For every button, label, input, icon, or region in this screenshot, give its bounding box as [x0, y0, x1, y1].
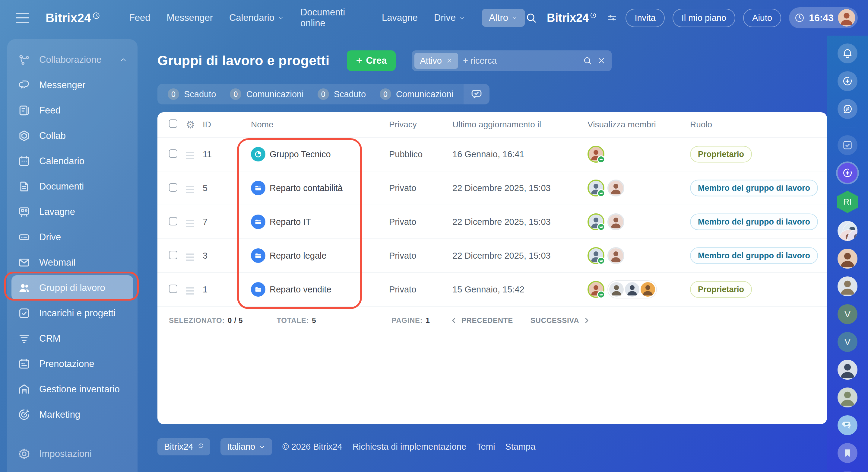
sidebar-item-calendario[interactable]: Calendario [11, 148, 133, 174]
group-name-link[interactable]: Reparto vendite [270, 285, 332, 295]
clear-search-icon[interactable] [596, 56, 606, 65]
sidebar-section-collaborazione[interactable]: Collaborazione [11, 47, 133, 72]
sidebar-item-impostazioni[interactable]: Impostazioni [11, 441, 133, 467]
column-header-id[interactable]: ID [203, 120, 211, 129]
footer-brand-button[interactable]: Bitrix24 [157, 438, 210, 455]
sidebar-item-gruppi-di-lavoro[interactable]: Gruppi di lavoro [11, 275, 133, 301]
group-name-link[interactable]: Gruppo Tecnico [270, 149, 331, 159]
help-button[interactable]: Aiuto [743, 9, 781, 27]
column-header-nome[interactable]: Nome [251, 120, 274, 129]
contact-avatar[interactable] [838, 249, 858, 269]
sidebar-item-lavagne[interactable]: Lavagne [11, 199, 133, 225]
chat-rail-button[interactable] [838, 415, 858, 435]
language-selector[interactable]: Italiano [220, 438, 272, 455]
contact-avatar[interactable] [838, 387, 858, 407]
contact-avatar[interactable] [838, 276, 858, 296]
member-avatar[interactable] [588, 247, 604, 264]
role-badge[interactable]: Membro del gruppo di lavoro [690, 247, 818, 264]
copilot-pro-button[interactable] [838, 163, 858, 183]
row-checkbox[interactable] [169, 183, 177, 191]
sidebar-item-gestione-inventario[interactable]: Gestione inventario [11, 377, 133, 402]
sidebar-item-webmail[interactable]: Webmail [11, 250, 133, 275]
nav-drive[interactable]: Drive [434, 12, 465, 23]
footer-link-stampa[interactable]: Stampa [505, 442, 535, 452]
sidebar-item-incarichi-e-progetti[interactable]: Incarichi e progetti [11, 301, 133, 326]
column-header-members[interactable]: Visualizza membri [588, 120, 656, 129]
counter-scaduto-1[interactable]: 0Scaduto [168, 88, 216, 100]
sidebar-item-drive[interactable]: Drive [11, 225, 133, 250]
drag-handle-icon[interactable] [186, 186, 194, 193]
filter-search-bar[interactable]: Attivo [412, 50, 612, 71]
sidebar-item-marketing[interactable]: Marketing [11, 402, 133, 427]
nav-documenti-online[interactable]: Documenti online [300, 7, 366, 29]
table-settings-gear-icon[interactable]: ⚙ [186, 119, 195, 130]
nav-messenger[interactable]: Messenger [167, 12, 213, 23]
row-checkbox[interactable] [169, 149, 177, 158]
member-avatar[interactable] [588, 281, 604, 298]
tasks-rail-button[interactable] [838, 135, 858, 155]
contact-avatar[interactable] [838, 360, 858, 380]
table-row[interactable]: 1 Reparto vendite Privato 15 Gennaio, 15… [157, 273, 827, 306]
create-button[interactable]: + Crea [347, 50, 396, 71]
members-avatars[interactable] [588, 281, 657, 298]
row-checkbox[interactable] [169, 251, 177, 259]
members-avatars[interactable] [588, 180, 624, 197]
member-avatar[interactable] [608, 213, 624, 230]
app-logo[interactable]: Bitrix24 [45, 11, 100, 25]
group-chat-avatar[interactable] [838, 221, 858, 241]
sidebar-item-messenger[interactable]: Messenger [11, 72, 133, 98]
sidebar-item-documenti[interactable]: Documenti [11, 174, 133, 199]
sliders-icon[interactable] [606, 12, 618, 24]
drag-handle-icon[interactable] [186, 152, 194, 159]
member-avatar[interactable] [588, 180, 604, 197]
members-avatars[interactable] [588, 247, 624, 264]
notifications-button[interactable] [838, 43, 858, 63]
drag-handle-icon[interactable] [186, 254, 194, 261]
member-avatar[interactable] [608, 180, 624, 197]
contact-initial-badge[interactable]: V [838, 332, 858, 352]
table-row[interactable]: 11 Gruppo Tecnico Pubblico 16 Gennaio, 1… [157, 138, 827, 171]
column-header-role[interactable]: Ruolo [690, 120, 712, 129]
invite-button[interactable]: Invita [625, 9, 664, 27]
role-badge[interactable]: Proprietario [690, 146, 752, 163]
search-icon[interactable] [583, 56, 592, 65]
brand-logo[interactable]: Bitrix24 [547, 11, 596, 25]
sidebar-item-collab[interactable]: Collab [11, 123, 133, 148]
footer-link-implementation[interactable]: Richiesta di implementazione [352, 442, 466, 452]
copilot-button[interactable] [838, 71, 858, 91]
nav-feed[interactable]: Feed [129, 12, 151, 23]
counter-comunicazioni-2[interactable]: 0Comunicazioni [380, 88, 453, 100]
bookmark-button[interactable] [838, 443, 858, 463]
profile-time-widget[interactable]: 16:43 [789, 7, 858, 28]
select-all-checkbox[interactable] [169, 119, 177, 128]
table-row[interactable]: 3 Reparto legale Privato 22 Dicembre 202… [157, 239, 827, 273]
group-name-link[interactable]: Reparto contabilità [270, 183, 343, 193]
column-header-privacy[interactable]: Privacy [389, 120, 417, 129]
member-avatar[interactable] [588, 213, 604, 230]
next-page-button[interactable]: SUCCESSIVA [530, 316, 590, 325]
nav-lavagne[interactable]: Lavagne [382, 12, 418, 23]
menu-button[interactable] [16, 13, 29, 23]
messenger-rail-button[interactable] [838, 99, 858, 119]
nav-altro[interactable]: Altro [482, 9, 525, 27]
contact-initial-badge[interactable]: V [838, 304, 858, 324]
members-cluster[interactable] [608, 281, 657, 298]
close-icon[interactable] [446, 57, 453, 64]
members-avatars[interactable] [588, 213, 624, 230]
column-header-updated[interactable]: Ultimo aggiornamento il [453, 120, 541, 129]
role-badge[interactable]: Proprietario [690, 281, 752, 298]
group-name-link[interactable]: Reparto legale [270, 251, 327, 261]
group-name-link[interactable]: Reparto IT [270, 217, 311, 227]
role-badge[interactable]: Membro del gruppo di lavoro [690, 180, 818, 197]
search-icon[interactable] [525, 12, 537, 24]
table-row[interactable]: 5 Reparto contabilità Privato 22 Dicembr… [157, 171, 827, 205]
member-avatar[interactable] [588, 146, 604, 163]
members-avatars[interactable] [588, 146, 604, 163]
footer-link-temi[interactable]: Temi [476, 442, 495, 452]
list-rail-button[interactable] [838, 471, 858, 472]
table-row[interactable]: 7 Reparto IT Privato 22 Dicembre 2025, 1… [157, 205, 827, 239]
member-avatar[interactable] [608, 247, 624, 264]
my-plan-button[interactable]: Il mio piano [673, 9, 735, 27]
counter-scaduto-2[interactable]: 0Scaduto [318, 88, 366, 100]
drag-handle-icon[interactable] [186, 220, 194, 227]
